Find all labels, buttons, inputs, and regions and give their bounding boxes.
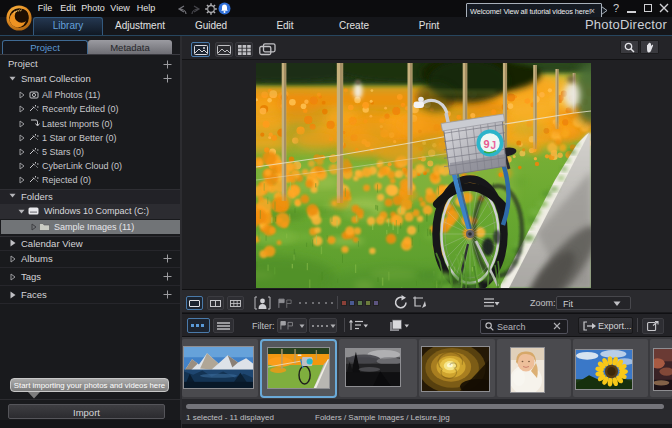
- svg-text:9: 9: [484, 138, 490, 150]
- svg-text:J: J: [491, 140, 497, 151]
